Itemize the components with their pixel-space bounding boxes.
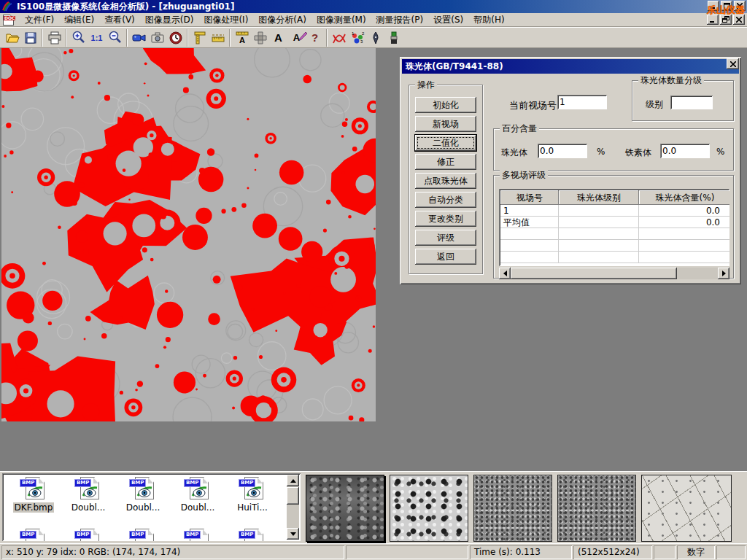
- table-horizontal-scrollbar[interactable]: [499, 268, 729, 279]
- file-item[interactable]: BMP Doubl...: [116, 477, 170, 513]
- file-item[interactable]: BMP: [171, 529, 225, 541]
- file-item[interactable]: BMP DKF.bmp: [7, 477, 61, 513]
- ferrite-label: 铁素体: [625, 147, 651, 159]
- return-button[interactable]: 返回: [415, 249, 476, 265]
- menu-view[interactable]: 查看(V): [99, 12, 140, 28]
- bmp-file-icon: BMP: [185, 477, 210, 500]
- percent-sign: %: [597, 147, 605, 157]
- pen-tool-icon[interactable]: [366, 28, 384, 47]
- classify-tool-icon[interactable]: 123: [348, 28, 366, 47]
- status-panel-empty: [654, 545, 676, 559]
- file-item[interactable]: BMP Doubl...: [171, 477, 225, 513]
- zoom-in-icon[interactable]: [69, 28, 88, 47]
- zoom-actual-icon[interactable]: 1:1: [88, 28, 106, 47]
- col-pearlite-grade: 珠光体级别: [559, 190, 639, 205]
- file-name: Doubl...: [125, 502, 162, 513]
- curve-tool-icon[interactable]: [330, 28, 348, 47]
- thumbnail[interactable]: [557, 475, 636, 542]
- file-list-scrollbar[interactable]: [287, 475, 299, 540]
- scroll-right-icon[interactable]: [718, 268, 729, 279]
- bmp-file-icon: BMP: [21, 477, 46, 500]
- current-view-label: 当前视场号: [509, 99, 557, 112]
- percent-group: 百分含量 珠光体 % 铁素体 %: [493, 128, 734, 171]
- col-field: 视场号: [500, 190, 559, 205]
- menu-image-display[interactable]: 图像显示(D): [140, 12, 199, 28]
- change-class-button[interactable]: 更改类别: [415, 211, 476, 227]
- file-item[interactable]: BMP Doubl...: [61, 477, 115, 513]
- file-browser: BMP DKF.bmp BMP Doubl... BMP: [2, 473, 301, 541]
- scrollbar-thumb[interactable]: [287, 487, 299, 505]
- table-row[interactable]: 1 0.0: [500, 205, 729, 217]
- grade-group: 珠光体数量分级 级别: [632, 80, 734, 121]
- cursor-position-readout: x: 510 y: 79 idx: 0 RGB: (174, 174, 174): [1, 545, 344, 559]
- grid-tool-icon[interactable]: [251, 28, 269, 47]
- open-icon[interactable]: [3, 28, 21, 47]
- pearlite-dialog: 珠光体(GB/T9441-88) 操作 初始化 新视场 二值化 修正 点取珠光体…: [400, 57, 741, 284]
- app-icon: [2, 1, 14, 12]
- thumbnail[interactable]: [641, 475, 732, 542]
- scroll-left-icon[interactable]: [499, 268, 511, 279]
- multi-field-group: 多视场评级 视场号 珠光体级别 珠光体含量(%) 铁素体含量(%) 1 0.0 …: [493, 175, 734, 279]
- grade-label: 级别: [646, 98, 663, 111]
- print-icon[interactable]: [45, 28, 63, 47]
- percent-group-title: 百分含量: [500, 123, 539, 133]
- menu-bar: DOC 文件(F) 编辑(E) 查看(V) 图像显示(D) 图像处理(I) 图像…: [0, 13, 747, 27]
- menu-settings[interactable]: 设置(S): [428, 12, 468, 28]
- thumbnail-strip: [306, 472, 732, 543]
- thumbnail-selected[interactable]: [306, 475, 384, 542]
- ferrite-percent-input[interactable]: [660, 144, 710, 158]
- camera-icon[interactable]: [148, 28, 166, 47]
- file-item[interactable]: BMP: [116, 529, 170, 541]
- dialog-titlebar[interactable]: 珠光体(GB/T9441-88): [402, 59, 739, 74]
- file-item[interactable]: BMP: [7, 529, 61, 541]
- help-icon[interactable]: ?: [306, 28, 324, 47]
- video-camera-icon[interactable]: [130, 28, 148, 47]
- file-item[interactable]: BMP: [61, 529, 115, 541]
- file-item[interactable]: BMP HuiTi...: [225, 477, 279, 513]
- thumbnail[interactable]: [473, 475, 552, 542]
- menu-help[interactable]: 帮助(H): [468, 12, 509, 28]
- zoom-out-icon[interactable]: [106, 28, 124, 47]
- operations-group-title: 操作: [415, 79, 437, 90]
- dialog-close-icon[interactable]: [727, 58, 739, 69]
- grade-input[interactable]: [670, 96, 713, 109]
- specimen-image[interactable]: [1, 48, 376, 421]
- correct-button[interactable]: 修正: [415, 154, 476, 170]
- binarize-button[interactable]: 二值化: [415, 135, 476, 151]
- scroll-down-icon[interactable]: [287, 528, 299, 540]
- current-view-input[interactable]: [557, 95, 607, 109]
- svg-text:A: A: [239, 36, 245, 44]
- new-field-button[interactable]: 新视场: [415, 116, 476, 132]
- ruler-icon[interactable]: [209, 28, 227, 47]
- pick-pearlite-button[interactable]: 点取珠光体: [415, 173, 476, 189]
- menu-image-analysis[interactable]: 图像分析(A): [253, 12, 311, 28]
- bmp-file-icon: BMP: [131, 477, 155, 500]
- save-icon[interactable]: [21, 28, 39, 47]
- menu-edit[interactable]: 编辑(E): [59, 12, 99, 28]
- annotate-tool-icon[interactable]: A: [287, 28, 306, 47]
- scroll-up-icon[interactable]: [287, 475, 299, 486]
- vendor-watermark: 乐山仪器: [707, 4, 745, 17]
- file-name: Doubl...: [179, 502, 217, 513]
- brush-tool-icon[interactable]: [384, 28, 403, 47]
- file-name: HuiTi...: [236, 502, 269, 513]
- bmp-file-icon: BMP: [76, 477, 101, 500]
- measure-label-icon[interactable]: A: [233, 28, 251, 47]
- thumbnail[interactable]: [390, 475, 468, 542]
- document-icon[interactable]: DOC: [3, 15, 14, 26]
- pearlite-percent-input[interactable]: [538, 144, 587, 158]
- caliper-icon[interactable]: [190, 28, 209, 47]
- initialize-button[interactable]: 初始化: [415, 97, 476, 113]
- file-item[interactable]: BMP: [225, 529, 279, 541]
- menu-file[interactable]: 文件(F): [20, 12, 59, 28]
- menu-image-processing[interactable]: 图像处理(I): [198, 12, 253, 28]
- dialog-title: 珠光体(GB/T9441-88): [406, 61, 503, 73]
- menu-measure-report[interactable]: 测量报告(P): [371, 12, 429, 28]
- auto-classify-button[interactable]: 自动分类: [415, 192, 476, 208]
- timer-icon[interactable]: [166, 28, 185, 47]
- rate-button[interactable]: 评级: [415, 230, 476, 246]
- text-tool-icon[interactable]: A: [269, 28, 287, 47]
- scrollbar-thumb[interactable]: [511, 268, 677, 279]
- table-row[interactable]: 平均值 0.0: [500, 217, 729, 228]
- menu-image-measure[interactable]: 图像测量(M): [311, 12, 371, 28]
